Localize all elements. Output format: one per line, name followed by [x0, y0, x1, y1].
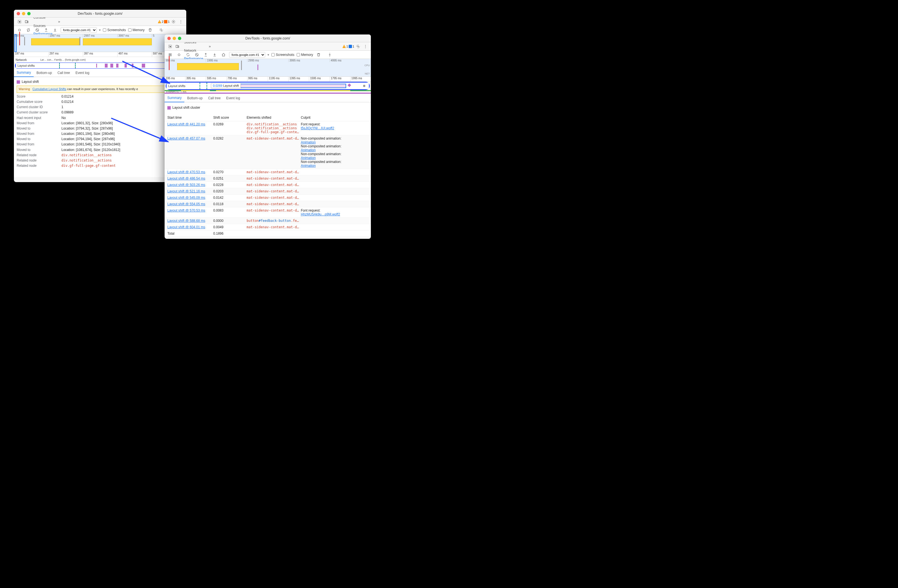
download-icon[interactable] [211, 51, 218, 58]
frames-track[interactable]: Frames 67.1 ms [165, 90, 371, 94]
layout-shifts-track[interactable]: Layout shifts [166, 83, 369, 89]
tab-summary[interactable]: Summary [14, 69, 34, 77]
element-link[interactable]: mat-sidenav-content.mat-dr… [247, 225, 301, 229]
gear-icon[interactable] [158, 27, 165, 33]
th-score[interactable]: Shift score [213, 115, 247, 120]
th-start-time[interactable]: Start time [168, 115, 213, 120]
overview-chart[interactable]: 997 ms1997 ms2997 ms3997 ms5 [14, 34, 186, 52]
tab-call tree[interactable]: Call tree [206, 94, 223, 102]
more-tabs-icon[interactable]: » [206, 43, 213, 50]
device-icon[interactable] [23, 18, 30, 25]
issues-badge[interactable]: 1 [164, 20, 169, 23]
table-row: Layout shift @ 545.09 ms0.0142mat-sidena… [165, 195, 371, 201]
element-link[interactable]: mat-sidenav-content.mat-dr… [247, 202, 301, 206]
element-link[interactable]: mat-sidenav-content.mat-dr… [247, 189, 301, 193]
more-tabs-icon[interactable]: » [56, 18, 63, 25]
zoom-icon[interactable] [27, 12, 31, 15]
tab-bottom-up[interactable]: Bottom-up [185, 94, 205, 102]
tab-summary[interactable]: Summary [165, 94, 185, 102]
network-track[interactable]: Network Lar… con… Family… (fonts.google.… [14, 57, 186, 63]
warnings-badge[interactable]: !2 [158, 20, 163, 23]
memory-checkbox[interactable]: Memory [297, 53, 313, 57]
culprit-link[interactable]: HhzMU5Ak9u…p9M.woff2 [301, 212, 368, 216]
messages-badge[interactable]: 1 [349, 45, 354, 48]
layout-shifts-track[interactable]: Layout shifts [16, 63, 185, 68]
download-icon[interactable] [52, 27, 58, 33]
tab-bottom-up[interactable]: Bottom-up [34, 69, 54, 77]
cls-link[interactable]: Cumulative Layout Shifts [32, 87, 66, 91]
titlebar[interactable]: DevTools - fonts.google.com/ [165, 34, 371, 42]
layout-shift-link[interactable]: Layout shift @ 604.01 ms [168, 225, 205, 229]
trash-icon[interactable] [315, 51, 322, 58]
gear-icon[interactable] [326, 51, 333, 58]
culprit-link[interactable]: Animation [301, 156, 368, 160]
culprit-link[interactable]: Animation [301, 164, 368, 168]
zoom-icon[interactable] [178, 37, 181, 40]
close-icon[interactable] [17, 12, 20, 15]
tab-event log[interactable]: Event log [223, 94, 243, 102]
cluster-heading: Layout shift cluster [172, 105, 200, 110]
timeline-ruler[interactable]: 197 ms297 ms397 ms497 ms597 ms [14, 52, 186, 57]
tab-event log[interactable]: Event log [72, 69, 92, 77]
element-link[interactable]: div.notification__actions [247, 126, 301, 130]
screenshots-checkbox[interactable]: Screenshots [271, 53, 294, 57]
layout-shift-link[interactable]: Layout shift @ 521.16 ms [168, 189, 205, 193]
th-elements[interactable]: Elements shifted [247, 115, 301, 120]
clear-icon[interactable] [194, 51, 200, 58]
element-link[interactable]: button#feedback-button.fee… [247, 219, 301, 223]
culprit-link[interactable]: Animation [301, 148, 368, 152]
th-culprit[interactable]: Culprit [301, 115, 368, 120]
layout-shift-link[interactable]: Layout shift @ 486.54 ms [168, 177, 205, 180]
inspect-icon[interactable] [16, 18, 23, 25]
trash-icon[interactable] [147, 27, 154, 33]
gear-icon[interactable] [355, 43, 361, 50]
layout-shift-link[interactable]: Layout shift @ 545.09 ms [168, 196, 205, 200]
home-icon[interactable] [220, 51, 227, 58]
kebab-icon[interactable]: ⋮ [177, 18, 184, 25]
layout-shift-link[interactable]: Layout shift @ 588.68 ms [168, 219, 205, 223]
clear-icon[interactable] [34, 27, 41, 33]
upload-icon[interactable] [43, 27, 49, 33]
layout-shift-link[interactable]: Layout shift @ 441.20 ms [168, 122, 205, 126]
profile-select[interactable]: fonts.google.com #1 [229, 52, 265, 57]
upload-icon[interactable] [202, 51, 209, 58]
layout-shift-link[interactable]: Layout shift @ 457.07 ms [168, 137, 205, 140]
close-icon[interactable] [168, 37, 171, 40]
element-link[interactable]: mat-sidenav-content.mat-dr… [247, 196, 301, 200]
layout-shifts-highlight: Layout shifts 0.0269 Layout shift [166, 82, 370, 90]
layout-shift-link[interactable]: Layout shift @ 570.53 ms [168, 208, 205, 212]
svg-rect-9 [178, 46, 179, 47]
record-icon[interactable] [176, 51, 182, 58]
element-link[interactable]: mat-sidenav-content.mat-dr… [247, 208, 301, 212]
element-link[interactable]: mat-sidenav-content.mat-dr… [247, 170, 301, 174]
gear-icon[interactable] [170, 18, 177, 25]
element-link[interactable]: div.notification__actions [247, 122, 301, 126]
inspect-icon[interactable] [167, 43, 174, 50]
memory-checkbox[interactable]: Memory [128, 28, 145, 32]
culprit-link[interactable]: t5sJIQcYNI…IUI.woff2 [301, 126, 368, 130]
timeline-ruler[interactable]: 195 ms395 ms595 ms795 ms995 ms1195 ms139… [165, 77, 371, 82]
minimize-icon[interactable] [173, 37, 176, 40]
table-row: Layout shift @ 457.07 ms0.0282mat-sidena… [165, 135, 371, 169]
kebab-icon[interactable]: ⋮ [362, 43, 369, 50]
culprit-link[interactable]: Animation [301, 140, 368, 144]
element-link[interactable]: mat-sidenav-content.mat-dr… [247, 177, 301, 180]
profile-select[interactable]: fonts.google.com #1 [61, 27, 97, 33]
reload-icon[interactable] [185, 51, 191, 58]
titlebar[interactable]: DevTools - fonts.google.com/ [14, 10, 186, 17]
element-link[interactable]: mat-sidenav-content.mat-dr… [247, 137, 301, 140]
layout-shift-link[interactable]: Layout shift @ 503.26 ms [168, 183, 205, 187]
related-node-row: Related nodediv.gf-full-page.gf-content [17, 163, 183, 168]
minimize-icon[interactable] [22, 12, 25, 15]
device-icon[interactable] [174, 43, 181, 50]
tab-call tree[interactable]: Call tree [55, 69, 73, 77]
overview-chart[interactable]: 995 ms1995 ms2995 ms3995 ms4995 ms CPU N… [165, 59, 371, 77]
layout-shift-link[interactable]: Layout shift @ 470.53 ms [168, 170, 205, 174]
warnings-badge[interactable]: !1 [343, 45, 348, 48]
reload-icon[interactable] [25, 27, 32, 33]
toggle-timeline-icon[interactable] [167, 51, 174, 58]
layout-shift-link[interactable]: Layout shift @ 554.05 ms [168, 202, 205, 206]
element-link[interactable]: div.gf-full-page.gf-content [247, 130, 301, 134]
screenshots-checkbox[interactable]: Screenshots [103, 28, 126, 32]
element-link[interactable]: mat-sidenav-content.mat-dr… [247, 183, 301, 187]
